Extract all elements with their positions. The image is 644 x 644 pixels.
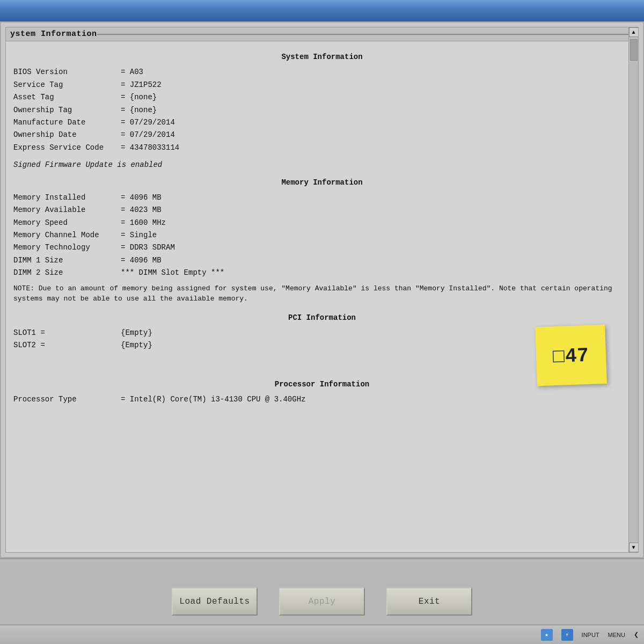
- manufacture-date-label: Manufacture Date: [13, 116, 121, 128]
- slot1-label: SLOT1 =: [13, 327, 121, 339]
- top-gradient-bar: [0, 0, 644, 21]
- energy-icon: ★: [541, 629, 553, 641]
- menu-label: MENU: [608, 632, 625, 638]
- memory-installed-value: = 4096 MB: [121, 192, 162, 203]
- asset-tag-label: Asset Tag: [13, 91, 121, 103]
- table-row: Memory Speed = 1600 MHz: [13, 217, 631, 229]
- memory-note: NOTE: Due to an amount of memory being a…: [13, 283, 631, 304]
- scroll-up-button[interactable]: ▲: [629, 27, 639, 37]
- manufacture-date-value: = 07/29/2014: [121, 116, 175, 128]
- bios-panel: ystem Information System Information BIO…: [0, 21, 644, 558]
- arrow-icon: ❮: [634, 631, 639, 638]
- title-divider-line: [97, 34, 630, 35]
- express-service-code-label: Express Service Code: [13, 142, 121, 153]
- memory-available-label: Memory Available: [13, 204, 121, 216]
- memory-technology-label: Memory Technology: [13, 241, 121, 253]
- dimm2-size-label: DIMM 2 Size: [13, 267, 121, 279]
- input-label: INPUT: [582, 632, 599, 638]
- slot2-label: SLOT2 =: [13, 339, 121, 351]
- table-row: Memory Channel Mode = Single: [13, 229, 631, 241]
- table-row: Memory Available = 4023 MB: [13, 204, 631, 216]
- processor-type-label: Processor Type: [13, 393, 121, 405]
- memory-installed-label: Memory Installed: [13, 192, 121, 203]
- sticky-note: □47: [535, 324, 607, 385]
- ownership-date-value: = 07/29/2014: [121, 129, 175, 141]
- memory-speed-label: Memory Speed: [13, 217, 121, 229]
- table-row: Express Service Code = 43478033114: [13, 142, 631, 153]
- table-row: DIMM 2 Size *** DIMM Slot Empty ***: [13, 267, 631, 279]
- table-row: Memory Installed = 4096 MB: [13, 192, 631, 203]
- memory-info-heading: Memory Information: [13, 177, 631, 188]
- dimm1-size-value: = 4096 MB: [121, 254, 162, 266]
- memory-channel-mode-label: Memory Channel Mode: [13, 229, 121, 241]
- express-service-code-value: = 43478033114: [121, 142, 179, 153]
- service-tag-value: = JZ1P522: [121, 79, 162, 91]
- dimm1-size-label: DIMM 1 Size: [13, 254, 121, 266]
- bios-version-label: BIOS Version: [13, 66, 121, 78]
- memory-info-rows: Memory Installed = 4096 MB Memory Availa…: [13, 192, 631, 279]
- asset-tag-value: = {none}: [121, 91, 157, 103]
- processor-type-value: = Intel(R) Core(TM) i3-4130 CPU @ 3.40GH…: [121, 393, 305, 405]
- memory-speed-value: = 1600 MHz: [121, 217, 166, 229]
- dimm2-size-value: *** DIMM Slot Empty ***: [121, 267, 224, 279]
- content-area: System Information BIOS Version = A03 Se…: [6, 41, 638, 412]
- pci-info-heading: PCI Information: [13, 312, 631, 324]
- load-defaults-button[interactable]: Load Defaults: [172, 588, 258, 616]
- section-title-bar: ystem Information: [6, 27, 638, 41]
- processor-info-rows: Processor Type = Intel(R) Core(TM) i3-41…: [13, 393, 631, 405]
- bios-version-value: = A03: [121, 66, 143, 78]
- system-info-heading: System Information: [13, 51, 631, 63]
- exit-button[interactable]: Exit: [386, 588, 472, 616]
- signed-fw-text: Signed Firmware Update is enabled: [13, 159, 631, 171]
- table-row: Asset Tag = {none}: [13, 91, 631, 103]
- memory-technology-value: = DDR3 SDRAM: [121, 241, 175, 253]
- apply-button[interactable]: Apply: [279, 588, 365, 616]
- ownership-tag-label: Ownership Tag: [13, 104, 121, 116]
- service-tag-label: Service Tag: [13, 79, 121, 91]
- bios-panel-inner: ystem Information System Information BIO…: [5, 27, 639, 553]
- ownership-tag-value: = {none}: [121, 104, 157, 116]
- table-row: Memory Technology = DDR3 SDRAM: [13, 241, 631, 253]
- scrollbar[interactable]: ▲ ▼: [628, 27, 638, 552]
- section-title: ystem Information: [10, 30, 97, 39]
- ownership-date-label: Ownership Date: [13, 129, 121, 141]
- slot2-value: {Empty}: [121, 339, 152, 351]
- table-row: Manufacture Date = 07/29/2014: [13, 116, 631, 128]
- taskbar: ★ ⚡ INPUT MENU ❮: [0, 625, 644, 644]
- network-icon: ⚡: [561, 629, 573, 641]
- memory-available-value: = 4023 MB: [121, 204, 162, 216]
- table-row: Service Tag = JZ1P522: [13, 79, 631, 91]
- table-row: BIOS Version = A03: [13, 66, 631, 78]
- table-row: Ownership Date = 07/29/2014: [13, 129, 631, 141]
- scroll-down-button[interactable]: ▼: [629, 543, 639, 552]
- scroll-thumb[interactable]: [630, 39, 638, 61]
- system-info-rows: BIOS Version = A03 Service Tag = JZ1P522…: [13, 66, 631, 153]
- memory-channel-mode-value: = Single: [121, 229, 157, 241]
- slot1-value: {Empty}: [121, 327, 152, 339]
- table-row: DIMM 1 Size = 4096 MB: [13, 254, 631, 266]
- table-row: Processor Type = Intel(R) Core(TM) i3-41…: [13, 393, 631, 405]
- sticky-note-text: □47: [552, 339, 590, 371]
- table-row: Ownership Tag = {none}: [13, 104, 631, 116]
